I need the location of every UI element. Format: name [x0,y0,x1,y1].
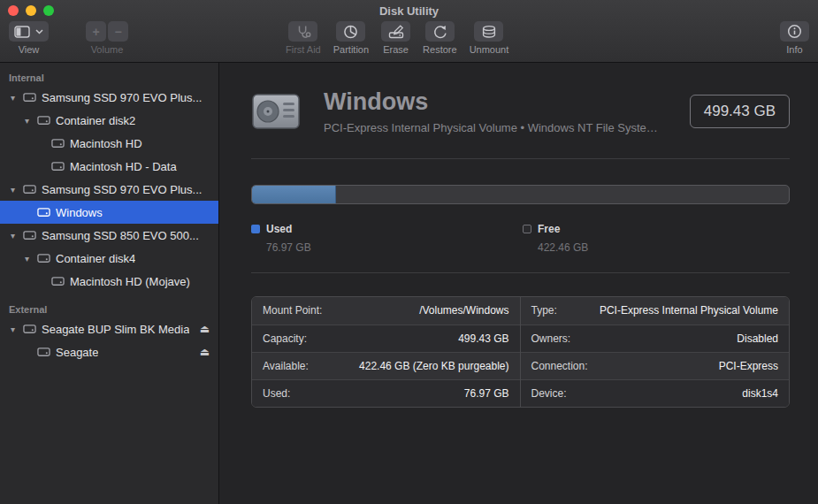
legend-used: Used 76.97 GB [251,223,523,254]
detail-label: Available: [263,360,309,372]
zoom-button[interactable] [43,5,54,16]
erase-button[interactable] [381,21,410,42]
usage-bar-fill [252,186,336,203]
sidebar-item-macintosh-hd[interactable]: Macintosh HD [0,132,218,155]
volume-icon [37,347,50,357]
disk-utility-window: Disk Utility View + [0,0,818,504]
volume-size-badge: 499.43 GB [690,95,790,128]
used-swatch-icon [251,225,260,233]
eject-icon[interactable]: ⏏ [200,346,210,358]
sidebar-item-label: Windows [56,206,103,219]
disk-icon [23,92,36,103]
detail-label: Capacity: [263,332,307,345]
detail-value: disk1s4 [742,387,778,400]
sidebar-item-seagate[interactable]: Seagate ⏏ [0,340,218,363]
volume-icon [51,161,65,172]
details-right-column: Type: PCI-Express Internal Physical Volu… [521,297,790,407]
sidebar: Internal ▾ Samsung SSD 970 EVO Plus... ▾… [0,63,219,504]
restore-label: Restore [423,44,457,55]
volume-subtitle: PCI-Express Internal Physical Volume • W… [324,121,674,134]
volume-icon [51,138,65,149]
used-value: 76.97 GB [266,241,523,254]
partition-button[interactable] [336,21,365,42]
detail-label: Connection: [531,360,588,372]
free-label: Free [538,223,560,235]
erase-label: Erase [383,44,409,55]
table-row: Type: PCI-Express Internal Physical Volu… [521,297,790,325]
toolbar-info: Info [780,21,809,55]
sidebar-item-container-disk2[interactable]: ▾ Container disk2 [0,109,218,132]
table-row: Capacity: 499.43 GB [252,325,520,352]
sidebar-item-label: Macintosh HD [70,137,142,150]
disclosure-triangle-icon[interactable]: ▾ [11,185,23,195]
sidebar-item-macintosh-hd-data[interactable]: Macintosh HD - Data [0,155,218,178]
sidebar-item-label: Samsung SSD 850 EVO 500... [42,229,199,242]
detail-value: 499.43 GB [458,332,508,345]
disclosure-triangle-icon[interactable]: ▾ [11,231,23,241]
unmount-drive-icon [481,25,497,39]
disk-icon [23,184,36,195]
sidebar-section-internal: Internal [0,68,218,86]
unmount-button[interactable] [474,21,503,42]
container-icon [37,253,50,263]
minimize-button[interactable] [26,5,36,16]
add-volume-button[interactable]: + [86,21,106,42]
first-aid-label: First Aid [286,44,321,55]
info-button[interactable] [780,21,809,42]
sidebar-item-samsung-850-evo[interactable]: ▾ Samsung SSD 850 EVO 500... [0,224,218,247]
sidebar-item-label: Container disk2 [56,114,135,127]
view-button[interactable] [9,21,49,42]
sidebar-item-macintosh-hd-mojave[interactable]: Macintosh HD (Mojave) [0,270,218,293]
close-button[interactable] [8,5,19,16]
volume-titles: Windows PCI-Express Internal Physical Vo… [324,89,674,134]
volume-icon [51,276,65,286]
disclosure-triangle-icon[interactable]: ▾ [25,116,37,126]
sidebar-item-samsung-970-evo-plus-2[interactable]: ▾ Samsung SSD 970 EVO Plus... [0,178,218,201]
chevron-down-icon [35,29,43,34]
volume-details-table: Mount Point: /Volumes/Windows Capacity: … [251,296,790,408]
sidebar-item-seagate-bup[interactable]: ▾ Seagate BUP Slim BK Media ⏏ [0,317,218,340]
toolbar-center-group: First Aid Partition [286,21,508,55]
used-label: Used [266,223,292,235]
table-row: Mount Point: /Volumes/Windows [252,297,520,325]
stethoscope-icon [295,25,311,39]
first-aid-button[interactable] [288,21,317,42]
restore-button[interactable] [425,21,455,42]
toolbar: View + − Volume [0,19,818,62]
info-label: Info [786,44,802,55]
detail-label: Used: [263,387,290,400]
disclosure-triangle-icon[interactable]: ▾ [11,325,23,334]
table-row: Device: disk1s4 [521,379,790,407]
sidebar-section-external: External [0,300,218,317]
details-left-column: Mount Point: /Volumes/Windows Capacity: … [252,297,521,407]
volume-icon [37,207,50,218]
disclosure-triangle-icon[interactable]: ▾ [11,93,23,103]
toolbar-first-aid: First Aid [286,21,321,55]
sidebar-item-windows[interactable]: Windows [0,201,218,224]
sidebar-item-samsung-970-evo-plus-1[interactable]: ▾ Samsung SSD 970 EVO Plus... [0,86,218,109]
detail-label: Owners: [531,332,571,345]
window-body: Internal ▾ Samsung SSD 970 EVO Plus... ▾… [0,63,818,504]
legend-free: Free 422.46 GB [523,223,588,254]
toolbar-volume: + − Volume [86,21,128,55]
usage-bar [251,185,790,204]
toolbar-partition: Partition [333,21,369,55]
free-value: 422.46 GB [538,241,588,254]
toolbar-view: View [9,21,49,55]
disclosure-triangle-icon[interactable]: ▾ [25,254,37,263]
divider [251,272,790,273]
toolbar-erase: Erase [381,21,410,55]
sidebar-item-label: Container disk4 [56,252,135,265]
unmount-label: Unmount [470,44,509,55]
sidebar-item-label: Seagate [56,346,98,359]
minus-icon: − [114,26,121,38]
titlebar[interactable]: Disk Utility [0,0,818,19]
free-swatch-icon [523,225,531,233]
eject-icon[interactable]: ⏏ [200,323,210,335]
detail-value: 422.46 GB (Zero KB purgeable) [359,360,508,372]
sidebar-item-container-disk4[interactable]: ▾ Container disk4 [0,247,218,270]
remove-volume-button[interactable]: − [108,21,128,42]
usage-legend: Used 76.97 GB Free 422.46 GB [251,223,790,254]
detail-label: Device: [531,387,567,400]
partition-icon [343,25,358,39]
